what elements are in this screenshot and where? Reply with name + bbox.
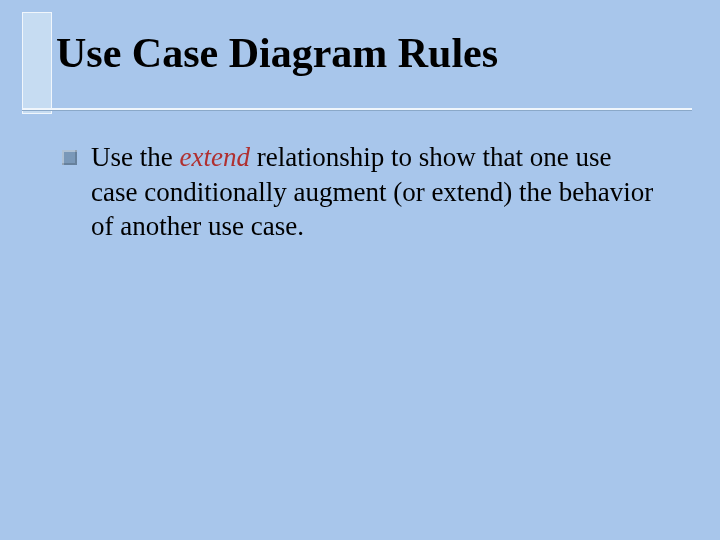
slide: Use Case Diagram Rules Use the extend re… — [0, 0, 720, 540]
bullet-text: Use the extend relationship to show that… — [91, 140, 660, 244]
title-accent-box — [22, 12, 52, 114]
title-block: Use Case Diagram Rules — [56, 30, 680, 88]
body-block: Use the extend relationship to show that… — [62, 140, 660, 244]
slide-title: Use Case Diagram Rules — [56, 30, 680, 88]
bullet-item: Use the extend relationship to show that… — [62, 140, 660, 244]
title-underline — [22, 108, 692, 111]
bullet-text-pre: Use the — [91, 142, 179, 172]
square-bullet-icon — [62, 150, 77, 165]
bullet-text-emph: extend — [179, 142, 249, 172]
